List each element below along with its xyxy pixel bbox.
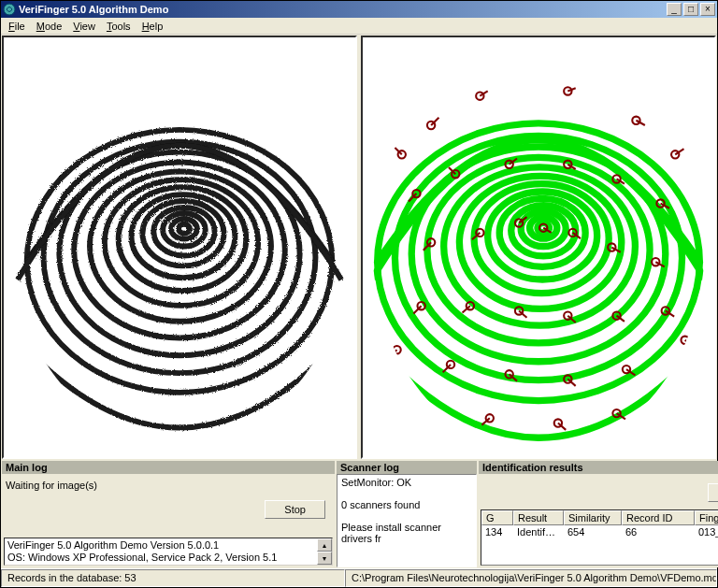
window-title: VeriFinger 5.0 Algorithm Demo	[19, 4, 667, 15]
statusbar: Records in the database: 53 C:\Program F…	[1, 568, 717, 587]
svg-point-2	[179, 224, 190, 234]
fingerprint-skeleton-icon	[363, 37, 714, 457]
menu-file[interactable]: File	[3, 20, 31, 33]
identification-stop-button[interactable]: Stop	[708, 483, 718, 502]
main-log-panel: Main log Waiting for image(s) Stop VeriF…	[2, 461, 335, 567]
list-item[interactable]: VeriFinger 5.0 Algorithm Demo Version 5.…	[7, 539, 329, 552]
col-record-id[interactable]: Record ID	[622, 510, 695, 525]
status-path: C:\Program Files\Neurotechnologija\VeriF…	[345, 569, 717, 587]
svg-line-94	[685, 340, 694, 346]
list-item[interactable]: OS: Windows XP Professional, Service Pac…	[7, 552, 329, 564]
menu-tools[interactable]: Tools	[101, 20, 136, 33]
minimize-button[interactable]: _	[667, 3, 682, 16]
identification-results-panel: Identification results Stop G Result Sim…	[479, 461, 718, 567]
scroll-down-icon[interactable]: ▾	[317, 552, 332, 565]
status-records: Records in the database: 53	[1, 569, 345, 587]
menu-help[interactable]: Help	[136, 20, 169, 33]
scroll-up-icon[interactable]: ▴	[317, 538, 332, 552]
identification-table[interactable]: G Result Similarity Record ID Finger ID …	[481, 509, 718, 566]
table-header-row: G Result Similarity Record ID Finger ID	[481, 510, 718, 525]
table-row[interactable]: 134 Identif… 654 66 013_8_1	[481, 525, 718, 538]
fingerprint-original-panel[interactable]	[2, 36, 357, 459]
maximize-button[interactable]: □	[683, 3, 698, 16]
fingerprint-original-icon	[4, 37, 355, 457]
svg-point-93	[681, 337, 688, 344]
client-area: Main log Waiting for image(s) Stop VeriF…	[1, 35, 717, 568]
col-similarity[interactable]: Similarity	[564, 510, 622, 525]
identification-results-header: Identification results	[479, 461, 718, 474]
fingerprint-skeleton-panel[interactable]	[361, 36, 716, 459]
scanner-log-panel: Scanner log SetMonitor: OK 0 scanners fo…	[337, 461, 477, 567]
scanner-log-text[interactable]: SetMonitor: OK 0 scanners found Please i…	[337, 474, 477, 567]
app-window: VeriFinger 5.0 Algorithm Demo _ □ × File…	[0, 0, 718, 588]
svg-point-17	[530, 217, 557, 238]
menu-view[interactable]: View	[67, 20, 101, 33]
scrollbar[interactable]: ▴ ▾	[317, 538, 332, 565]
col-result[interactable]: Result	[513, 510, 564, 525]
app-icon	[3, 3, 16, 16]
menubar: File Mode View Tools Help	[1, 18, 717, 35]
main-log-listbox[interactable]: VeriFinger 5.0 Algorithm Demo Version 5.…	[4, 538, 333, 566]
menu-mode[interactable]: Mode	[31, 20, 68, 33]
scanner-log-header: Scanner log	[337, 461, 477, 474]
col-g[interactable]: G	[481, 510, 513, 525]
main-log-status: Waiting for image(s)	[4, 476, 333, 495]
close-button[interactable]: ×	[700, 3, 715, 16]
svg-line-96	[389, 350, 396, 356]
main-log-stop-button[interactable]: Stop	[265, 500, 325, 519]
titlebar[interactable]: VeriFinger 5.0 Algorithm Demo _ □ ×	[1, 1, 717, 18]
fingerprint-area	[2, 36, 716, 459]
main-log-header: Main log	[2, 461, 335, 474]
svg-point-0	[4, 4, 15, 15]
col-finger-id[interactable]: Finger ID	[695, 510, 718, 525]
svg-line-34	[567, 88, 575, 91]
bottom-panels: Main log Waiting for image(s) Stop VeriF…	[2, 461, 716, 567]
